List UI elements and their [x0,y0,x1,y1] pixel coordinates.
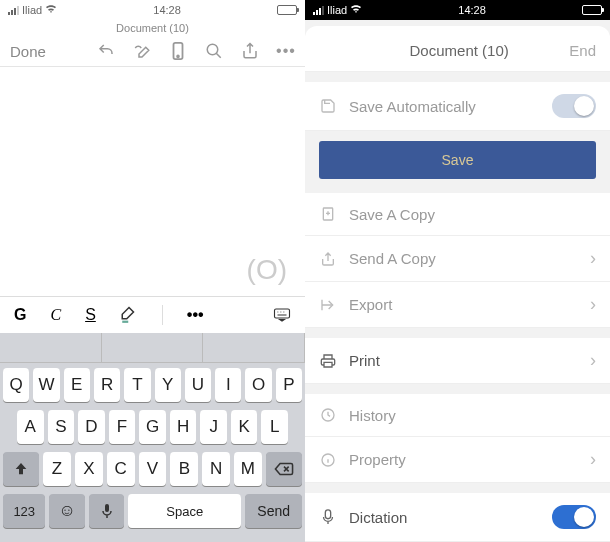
export-label: Export [349,296,578,313]
export-icon [319,296,337,314]
chevron-right-icon: › [590,449,596,470]
keyboard-row-3: Z X C V B N M [3,452,302,486]
key-g[interactable]: G [139,410,166,444]
highlighter-icon[interactable] [120,306,138,324]
keyboard-row-1: Q W E R T Y U I O P [3,368,302,402]
key-emoji[interactable]: ☺ [49,494,84,528]
send-copy-row[interactable]: Send A Copy › [305,236,610,282]
bold-button[interactable]: G [14,306,26,324]
info-icon [319,451,337,469]
save-copy-row[interactable]: Save A Copy [305,193,610,236]
key-shift[interactable] [3,452,39,486]
key-f[interactable]: F [109,410,136,444]
save-auto-icon [319,97,337,115]
sheet-header: Document (10) End [305,26,610,72]
key-z[interactable]: Z [43,452,71,486]
key-u[interactable]: U [185,368,211,402]
chevron-right-icon: › [590,294,596,315]
keyboard-row-2: A S D F G H J K L [3,410,302,444]
keyboard: Q W E R T Y U I O P A S D F G H J K L Z … [0,363,305,542]
clock: 14:28 [153,4,181,16]
chevron-right-icon: › [590,248,596,269]
search-icon[interactable] [205,42,223,60]
wifi-icon [45,4,57,16]
key-i[interactable]: I [215,368,241,402]
signal-icon [8,6,19,15]
key-x[interactable]: X [75,452,103,486]
key-m[interactable]: M [234,452,262,486]
svg-rect-8 [325,510,330,519]
undo-icon[interactable] [97,42,115,60]
key-d[interactable]: D [78,410,105,444]
key-q[interactable]: Q [3,368,29,402]
redo-pen-icon[interactable] [133,42,151,60]
battery-icon [277,5,297,15]
key-e[interactable]: E [64,368,90,402]
key-backspace[interactable] [266,452,302,486]
property-row[interactable]: Property › [305,437,610,483]
save-copy-label: Save A Copy [349,206,596,223]
key-send[interactable]: Send [245,494,302,528]
carrier-label: Iliad [327,4,347,16]
save-auto-label: Save Automatically [349,98,540,115]
key-p[interactable]: P [276,368,302,402]
dictation-row[interactable]: Dictation [305,493,610,542]
key-123[interactable]: 123 [3,494,45,528]
key-mic[interactable] [89,494,124,528]
wifi-icon [350,4,362,16]
done-button[interactable]: Done [10,43,46,60]
property-label: Property [349,451,578,468]
sheet-title: Document (10) [410,42,509,59]
save-automatically-row[interactable]: Save Automatically [305,82,610,131]
key-j[interactable]: J [200,410,227,444]
clock: 14:28 [458,4,486,16]
editor-canvas[interactable]: (O) [0,67,305,296]
end-button[interactable]: End [569,42,596,59]
history-row[interactable]: History [305,394,610,437]
key-c[interactable]: C [107,452,135,486]
key-a[interactable]: A [17,410,44,444]
cursor-badge: (O) [247,254,287,286]
key-k[interactable]: K [231,410,258,444]
key-w[interactable]: W [33,368,59,402]
key-v[interactable]: V [139,452,167,486]
format-toolbar: G C S ••• [0,296,305,333]
keyboard-suggestions[interactable] [0,333,305,363]
phone-icon[interactable] [169,42,187,60]
keyboard-row-4: 123 ☺ Space Send [3,494,302,528]
svg-point-1 [177,56,179,58]
key-n[interactable]: N [202,452,230,486]
share-icon[interactable] [241,42,259,60]
svg-rect-4 [105,504,109,512]
key-s[interactable]: S [48,410,75,444]
print-icon [319,352,337,370]
status-bar: Iliad 14:28 [305,0,610,20]
format-more-button[interactable]: ••• [187,306,204,324]
key-r[interactable]: R [94,368,120,402]
carrier-label: Iliad [22,4,42,16]
export-row[interactable]: Export › [305,282,610,328]
dictation-toggle[interactable] [552,505,596,529]
chevron-right-icon: › [590,350,596,371]
history-label: History [349,407,596,424]
print-row[interactable]: Print › [305,338,610,384]
key-o[interactable]: O [245,368,271,402]
key-y[interactable]: Y [155,368,181,402]
key-h[interactable]: H [170,410,197,444]
underline-button[interactable]: S [85,306,96,324]
key-space[interactable]: Space [128,494,241,528]
history-icon [319,406,337,424]
key-t[interactable]: T [124,368,150,402]
more-icon[interactable]: ••• [277,42,295,60]
save-copy-icon [319,205,337,223]
send-copy-icon [319,250,337,268]
save-auto-toggle[interactable] [552,94,596,118]
dictation-label: Dictation [349,509,540,526]
key-b[interactable]: B [170,452,198,486]
mic-icon [319,508,337,526]
key-l[interactable]: L [261,410,288,444]
save-button[interactable]: Save [319,141,596,179]
keyboard-hide-icon[interactable] [273,306,291,324]
italic-button[interactable]: C [50,306,61,324]
battery-icon [582,5,602,15]
